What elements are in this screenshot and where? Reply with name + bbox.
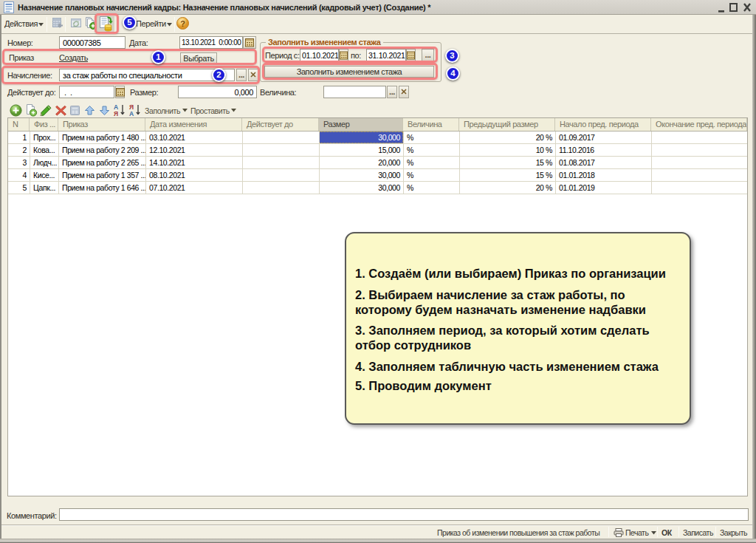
svg-text:Я: Я <box>114 110 118 117</box>
svg-text:?: ? <box>180 19 185 28</box>
svg-text:А: А <box>129 110 134 117</box>
